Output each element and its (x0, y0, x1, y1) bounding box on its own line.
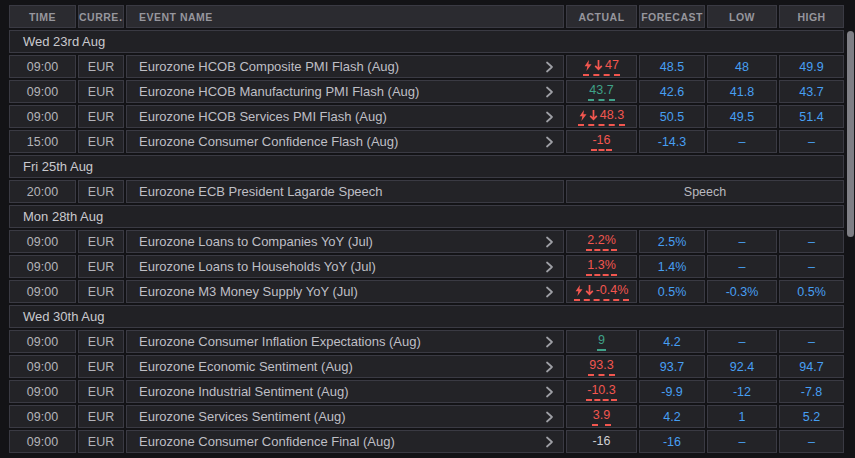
chevron-right-icon[interactable] (545, 136, 554, 148)
event-cell[interactable]: Eurozone ECB President Lagarde Speech (126, 180, 564, 203)
event-row[interactable]: 15:00EUREurozone Consumer Confidence Fla… (9, 130, 844, 153)
actual-value[interactable]: 48.3 (578, 107, 625, 126)
event-cell[interactable]: Eurozone Economic Sentiment (Aug) (126, 355, 564, 378)
date-label: Wed 23rd Aug (9, 30, 844, 53)
event-cell[interactable]: Eurozone M3 Money Supply YoY (Jul) (126, 280, 564, 303)
event-name: Eurozone Consumer Confidence Final (Aug) (139, 434, 395, 449)
event-time: 09:00 (9, 105, 76, 128)
date-header-row: Mon 28th Aug (9, 205, 844, 228)
forecast-value: 93.7 (639, 355, 705, 378)
event-row[interactable]: 09:00EUREurozone HCOB Composite PMI Flas… (9, 55, 844, 78)
actual-cell: 47 (566, 55, 637, 78)
high-value: 49.9 (779, 55, 844, 78)
column-header-currency: CURRE… (78, 5, 124, 28)
high-value: 51.4 (779, 105, 844, 128)
chevron-right-icon[interactable] (545, 336, 554, 348)
actual-value[interactable]: 2.2% (586, 232, 617, 251)
event-cell[interactable]: Eurozone Loans to Companies YoY (Jul) (126, 230, 564, 253)
event-currency: EUR (78, 105, 124, 128)
event-name: Eurozone Industrial Sentiment (Aug) (139, 384, 349, 399)
actual-text: -16 (592, 434, 610, 448)
column-header-actual: ACTUAL (566, 5, 637, 28)
event-cell[interactable]: Eurozone Consumer Confidence Flash (Aug) (126, 130, 564, 153)
event-cell[interactable]: Eurozone Consumer Confidence Final (Aug) (126, 430, 564, 453)
event-row[interactable]: 09:00EUREurozone M3 Money Supply YoY (Ju… (9, 280, 844, 303)
event-row[interactable]: 09:00EUREurozone Services Sentiment (Aug… (9, 405, 844, 428)
actual-value[interactable]: 1.3% (586, 257, 617, 276)
actual-value[interactable]: -16 (591, 433, 611, 450)
chevron-right-icon[interactable] (545, 86, 554, 98)
chevron-right-icon[interactable] (545, 436, 554, 448)
event-currency: EUR (78, 405, 124, 428)
actual-text: -16 (592, 133, 610, 147)
column-header-event: EVENT NAME (126, 5, 564, 28)
actual-value[interactable]: 93.3 (588, 357, 614, 376)
forecast-value: 4.2 (639, 330, 705, 353)
event-name: Eurozone Services Sentiment (Aug) (139, 409, 346, 424)
event-row[interactable]: 09:00EUREurozone HCOB Manufacturing PMI … (9, 80, 844, 103)
lightning-icon (579, 109, 587, 122)
event-row[interactable]: 09:00EUREurozone Industrial Sentiment (A… (9, 380, 844, 403)
event-name: Eurozone M3 Money Supply YoY (Jul) (139, 284, 358, 299)
scrollbar-thumb[interactable] (847, 31, 854, 237)
actual-value[interactable]: 9 (597, 332, 606, 351)
event-cell[interactable]: Eurozone Loans to Households YoY (Jul) (126, 255, 564, 278)
actual-text: -10.3 (587, 383, 616, 397)
forecast-value: 50.5 (639, 105, 705, 128)
event-row[interactable]: 20:00EUREurozone ECB President Lagarde S… (9, 180, 844, 203)
event-row[interactable]: 09:00EUREurozone Consumer Confidence Fin… (9, 430, 844, 453)
event-currency: EUR (78, 130, 124, 153)
high-value: 43.7 (779, 80, 844, 103)
event-time: 09:00 (9, 255, 76, 278)
actual-text: 9 (598, 333, 605, 347)
actual-text: -0.4% (596, 283, 629, 297)
event-cell[interactable]: Eurozone Services Sentiment (Aug) (126, 405, 564, 428)
forecast-value: 4.2 (639, 405, 705, 428)
actual-text: 1.3% (587, 258, 616, 272)
chevron-right-icon[interactable] (545, 361, 554, 373)
event-name: Eurozone Consumer Confidence Flash (Aug) (139, 134, 398, 149)
event-cell[interactable]: Eurozone HCOB Services PMI Flash (Aug) (126, 105, 564, 128)
chevron-right-icon[interactable] (545, 236, 554, 248)
actual-cell: -10.3 (566, 380, 637, 403)
event-row[interactable]: 09:00EUREurozone Economic Sentiment (Aug… (9, 355, 844, 378)
actual-value[interactable]: -10.3 (586, 382, 617, 401)
actual-cell: 9 (566, 330, 637, 353)
actual-value[interactable]: 47 (583, 57, 620, 76)
forecast-value: -14.3 (639, 130, 705, 153)
event-cell[interactable]: Eurozone HCOB Composite PMI Flash (Aug) (126, 55, 564, 78)
lightning-icon (584, 59, 592, 72)
actual-value[interactable]: -16 (591, 132, 611, 151)
low-value: – (707, 230, 777, 253)
event-row[interactable]: 09:00EUREurozone Consumer Inflation Expe… (9, 330, 844, 353)
forecast-value: 0.5% (639, 280, 705, 303)
table-header: TIMECURRE…EVENT NAMEACTUALFORECASTLOWHIG… (9, 5, 844, 28)
event-cell[interactable]: Eurozone HCOB Manufacturing PMI Flash (A… (126, 80, 564, 103)
chevron-right-icon[interactable] (545, 411, 554, 423)
event-row[interactable]: 09:00EUREurozone HCOB Services PMI Flash… (9, 105, 844, 128)
actual-value[interactable]: 43.7 (588, 82, 614, 101)
chevron-right-icon[interactable] (545, 386, 554, 398)
forecast-value: -9.9 (639, 380, 705, 403)
actual-value[interactable]: 3.9 (592, 407, 611, 426)
chevron-right-icon[interactable] (545, 111, 554, 123)
event-cell[interactable]: Eurozone Consumer Inflation Expectations… (126, 330, 564, 353)
event-name: Eurozone Loans to Companies YoY (Jul) (139, 234, 373, 249)
chevron-right-icon[interactable] (545, 61, 554, 73)
high-value: – (779, 255, 844, 278)
date-header-row: Wed 30th Aug (9, 305, 844, 328)
down-arrow-icon (589, 109, 598, 121)
event-row[interactable]: 09:00EUREurozone Loans to Companies YoY … (9, 230, 844, 253)
date-header-row: Wed 23rd Aug (9, 30, 844, 53)
low-value: – (707, 330, 777, 353)
forecast-value: -16 (639, 430, 705, 453)
actual-value[interactable]: -0.4% (574, 282, 630, 301)
event-row[interactable]: 09:00EUREurozone Loans to Households YoY… (9, 255, 844, 278)
event-cell[interactable]: Eurozone Industrial Sentiment (Aug) (126, 380, 564, 403)
actual-cell: -16 (566, 130, 637, 153)
event-time: 09:00 (9, 80, 76, 103)
chevron-right-icon[interactable] (545, 286, 554, 298)
low-value: 49.5 (707, 105, 777, 128)
actual-text: 48.3 (600, 108, 624, 122)
chevron-right-icon[interactable] (545, 261, 554, 273)
